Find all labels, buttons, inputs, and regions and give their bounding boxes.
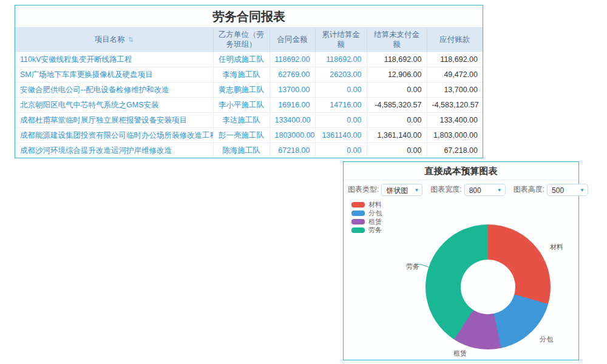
project-name-link[interactable]: 成都能源建设集团投资有限公司临时办公场所装修改造工程EPC	[15, 128, 213, 143]
donut-chart[interactable]	[426, 224, 551, 349]
contract-amount-cell: 133400.00	[270, 113, 315, 128]
report-table-body: 110kV安徽线程集变开断线路工程任明成施工队118692.00118692.0…	[15, 52, 483, 158]
chart-width-label: 图表宽度:	[430, 184, 461, 195]
contract-amount-cell: 62769.00	[270, 67, 315, 83]
table-row: SM广场地下车库更换摄像机及硬盘项目李海施工队62769.0026203.001…	[15, 67, 483, 83]
settled-unpaid-cell: 118,692.00	[367, 52, 427, 67]
project-name-link[interactable]: 北京朝阳区电气中芯特气系统之GMS安装	[15, 98, 213, 113]
chart-controls: 图表类型: 饼状图 ▼ 图表宽度: 800 ▼ 图表高度: 500 ▼	[344, 180, 578, 199]
slice-label-labor: 劳务	[406, 262, 419, 271]
legend-swatch	[351, 228, 365, 233]
slice-label-materials: 材料	[550, 243, 563, 252]
party-b-unit-cell: 李海施工队	[213, 67, 270, 83]
direct-cost-chart-panel: 直接成本预算图表 图表类型: 饼状图 ▼ 图表宽度: 800 ▼ 图表高度: 5	[343, 161, 579, 360]
settled-unpaid-cell: 0.00	[367, 83, 427, 98]
table-header-row: 项目名称⇅ 乙方单位（劳务班组） 合同金额 累计结算金额 结算未支付金额 应付账…	[15, 28, 483, 52]
table-row: 安徽合肥供电公司--配电设备检修维护和改造黄志鹏施工队13700.000.000…	[15, 83, 483, 98]
slice-label-rental: 租赁	[453, 349, 467, 358]
slice-label-subcontract: 分包	[540, 335, 553, 344]
chart-type-value: 饼状图	[386, 186, 408, 195]
cumulative-settled-cell: 0.00	[315, 83, 367, 98]
chart-width-control: 图表宽度: 800 ▼	[430, 184, 505, 196]
legend-item-rental[interactable]: 租赁	[351, 219, 382, 224]
legend-item-subcontract[interactable]: 分包	[351, 211, 382, 216]
chart-type-label: 图表类型:	[348, 184, 379, 195]
settled-unpaid-cell: 1,361,140.00	[367, 128, 427, 143]
project-name-link[interactable]: 安徽合肥供电公司--配电设备检修维护和改造	[15, 83, 213, 98]
settled-unpaid-cell: 0.00	[367, 113, 427, 128]
chart-height-control: 图表高度: 500 ▼	[514, 184, 588, 196]
legend-swatch	[351, 211, 365, 216]
chevron-down-icon: ▼	[580, 184, 585, 197]
table-row: 110kV安徽线程集变开断线路工程任明成施工队118692.00118692.0…	[15, 52, 483, 67]
accounts-payable-cell: 118,692.00	[427, 52, 483, 67]
party-b-unit-cell: 彭一亮施工队	[213, 128, 270, 143]
contract-amount-cell: 67218.00	[270, 143, 315, 158]
legend-item-materials[interactable]: 材料	[351, 202, 382, 207]
column-header-party-b-unit: 乙方单位（劳务班组）	[213, 28, 270, 52]
cumulative-settled-cell: 118692.00	[315, 52, 367, 67]
chevron-down-icon: ▼	[414, 184, 419, 197]
legend-item-labor[interactable]: 劳务	[351, 228, 382, 233]
settled-unpaid-cell: 0.00	[367, 143, 427, 158]
chart-height-label: 图表高度:	[514, 184, 544, 195]
accounts-payable-cell: 49,472.00	[427, 67, 483, 83]
settled-unpaid-cell: 12,906.00	[367, 67, 427, 83]
project-name-link[interactable]: 110kV安徽线程集变开断线路工程	[15, 52, 213, 67]
column-header-cumulative-settled: 累计结算金额	[315, 28, 367, 52]
contract-amount-cell: 118692.00	[270, 52, 315, 67]
party-b-unit-cell: 任明成施工队	[213, 52, 270, 67]
donut-hole	[461, 260, 515, 314]
accounts-payable-cell: 13,700.00	[427, 83, 483, 98]
legend-swatch	[351, 202, 365, 207]
legend-swatch	[351, 219, 365, 224]
sort-icon[interactable]: ⇅	[128, 36, 134, 44]
column-header-contract-amount: 合同金额	[270, 28, 315, 52]
accounts-payable-cell: 1,803,000.00	[427, 128, 483, 143]
table-row: 成都能源建设集团投资有限公司临时办公场所装修改造工程EPC彭一亮施工队18030…	[15, 128, 483, 143]
project-name-link[interactable]: 成都杜甫草堂临时展厅独立展柜报警设备安装项目	[15, 113, 213, 128]
accounts-payable-cell: 133,400.00	[427, 113, 483, 128]
cumulative-settled-cell: 1361140.00	[315, 128, 367, 143]
report-table: 项目名称⇅ 乙方单位（劳务班组） 合同金额 累计结算金额 结算未支付金额 应付账…	[15, 27, 483, 158]
column-header-settled-unpaid: 结算未支付金额	[367, 28, 427, 52]
cumulative-settled-cell: 0.00	[315, 143, 367, 158]
contract-amount-cell: 16916.00	[270, 98, 315, 113]
contract-amount-cell: 13700.00	[270, 83, 315, 98]
labor-contract-report-panel: 劳务合同报表 项目名称⇅ 乙方单位（劳务班组） 合同金额 累计结算金额 结算未支…	[15, 5, 483, 158]
project-name-link[interactable]: 成都沙河环境综合提升改造运河护岸维修改造	[15, 143, 213, 158]
chart-type-select[interactable]: 饼状图 ▼	[381, 184, 422, 196]
party-b-unit-cell: 黄志鹏施工队	[213, 83, 270, 98]
accounts-payable-cell: -4,583,120.57	[427, 98, 483, 113]
table-row: 北京朝阳区电气中芯特气系统之GMS安装李小平施工队16916.0014716.0…	[15, 98, 483, 113]
pie-chart-area: 材料 分包 租赁 劳务 材料 分包 租赁 劳务	[344, 198, 578, 360]
chart-title: 直接成本预算图表	[344, 162, 578, 180]
chart-type-control: 图表类型: 饼状图 ▼	[348, 184, 422, 196]
table-row: 成都杜甫草堂临时展厅独立展柜报警设备安装项目李达施工队133400.000.00…	[15, 113, 483, 128]
cumulative-settled-cell: 26203.00	[315, 67, 367, 83]
accounts-payable-cell: 67,218.00	[427, 143, 483, 158]
settled-unpaid-cell: -4,585,320.57	[367, 98, 427, 113]
party-b-unit-cell: 陈海施工队	[213, 143, 270, 158]
report-title: 劳务合同报表	[15, 5, 483, 27]
chart-width-select[interactable]: 800 ▼	[464, 184, 506, 196]
chart-height-value: 500	[552, 186, 564, 195]
cumulative-settled-cell: 14716.00	[315, 98, 367, 113]
chart-legend: 材料 分包 租赁 劳务	[351, 202, 382, 236]
party-b-unit-cell: 李达施工队	[213, 113, 270, 128]
project-name-link[interactable]: SM广场地下车库更换摄像机及硬盘项目	[15, 67, 213, 83]
contract-amount-cell: 1803000.00	[270, 128, 315, 143]
chevron-down-icon: ▼	[497, 184, 502, 197]
chart-width-value: 800	[469, 186, 481, 195]
page: 劳务合同报表 项目名称⇅ 乙方单位（劳务班组） 合同金额 累计结算金额 结算未支…	[0, 0, 607, 364]
party-b-unit-cell: 李小平施工队	[213, 98, 270, 113]
cumulative-settled-cell: 0.00	[315, 113, 367, 128]
column-header-accounts-payable: 应付账款	[427, 28, 483, 52]
table-row: 成都沙河环境综合提升改造运河护岸维修改造陈海施工队67218.000.000.0…	[15, 143, 483, 158]
column-header-project-name[interactable]: 项目名称⇅	[15, 28, 213, 52]
chart-height-select[interactable]: 500 ▼	[547, 184, 588, 196]
